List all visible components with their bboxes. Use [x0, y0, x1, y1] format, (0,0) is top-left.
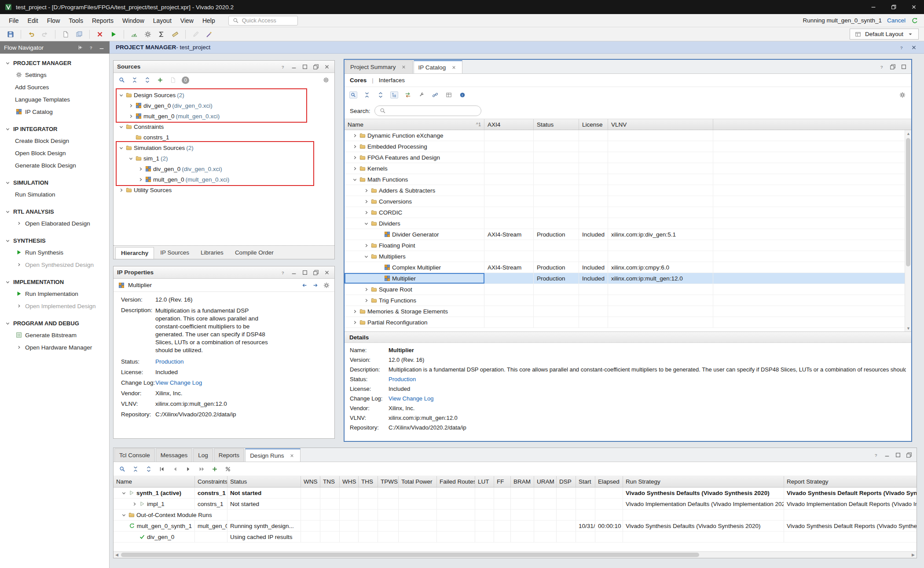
collapse-all-icon[interactable]	[131, 76, 139, 84]
column-header-axi4[interactable]: AXI4	[484, 119, 534, 130]
step-back-icon[interactable]	[171, 466, 179, 473]
expand-all-icon[interactable]	[143, 76, 151, 84]
save-button[interactable]	[4, 29, 17, 40]
edit-button[interactable]	[190, 29, 202, 40]
minimize-panel-icon[interactable]	[98, 44, 106, 51]
column-header-report-strategy[interactable]: Report Strategy	[784, 476, 917, 487]
export-table-icon[interactable]	[445, 91, 453, 98]
scrollbar-thumb[interactable]	[121, 553, 699, 557]
catalog-search-input[interactable]	[374, 106, 481, 116]
scroll-left-icon[interactable]: ◀	[114, 552, 120, 558]
catalog-row-multiplier[interactable]: Multiplier ProductionIncludedxilinx.com:…	[345, 273, 911, 284]
tab-close-icon[interactable]	[450, 64, 458, 71]
maximize-icon[interactable]	[301, 269, 309, 276]
column-header-ff[interactable]: FF	[494, 476, 511, 487]
catalog-row-conversions[interactable]: Conversions	[345, 196, 911, 207]
info-icon[interactable]: i	[458, 91, 466, 98]
catalog-row-square-root[interactable]: Square Root	[345, 284, 911, 295]
chevron-right-icon[interactable]	[351, 144, 359, 149]
chevron-right-icon[interactable]	[117, 188, 125, 193]
copy-button[interactable]	[59, 29, 72, 40]
column-header-ths[interactable]: THS	[359, 476, 378, 487]
catalog-row-cordic[interactable]: CORDIC	[345, 207, 911, 218]
flow-item-run-implementation[interactable]: Run Implementation	[0, 288, 109, 300]
link-icon[interactable]	[431, 91, 439, 98]
help-icon[interactable]: ?	[898, 44, 906, 51]
run-button[interactable]	[107, 29, 120, 40]
chevron-down-icon[interactable]	[120, 513, 128, 517]
column-header-constraints[interactable]: Constraints	[195, 476, 227, 487]
open-layers-button[interactable]	[73, 29, 85, 40]
forward-arrow-icon[interactable]	[312, 282, 319, 289]
run-row-synth-1-active[interactable]: synth_1 (active) constrs_1Not startedViv…	[114, 488, 917, 499]
close-button[interactable]	[904, 0, 924, 14]
catalog-row-complex-multiplier[interactable]: Complex Multiplier AXI4-StreamProduction…	[345, 262, 911, 273]
tab-reports[interactable]: Reports	[214, 448, 244, 462]
restore-button[interactable]	[884, 0, 904, 14]
flow-item-open-hardware-manager[interactable]: Open Hardware Manager	[0, 341, 109, 353]
redo-button[interactable]	[39, 29, 51, 40]
tab-project-summary[interactable]: Project Summary	[345, 60, 413, 73]
sum-button[interactable]	[155, 29, 168, 40]
back-arrow-icon[interactable]	[301, 282, 308, 289]
tab-close-icon[interactable]	[288, 452, 296, 459]
tab-tcl-console[interactable]: Tcl Console	[114, 448, 155, 462]
chevron-right-icon[interactable]	[136, 167, 144, 171]
chevron-down-icon[interactable]	[117, 146, 125, 150]
flow-item-run-synthesis[interactable]: Run Synthesis	[0, 246, 109, 259]
close-icon[interactable]	[323, 269, 331, 276]
flow-item-settings[interactable]: Settings	[0, 69, 109, 81]
sources-item-div-gen-0[interactable]: div_gen_0 (div_gen_0.xci)	[114, 164, 334, 174]
menu-tools[interactable]: Tools	[64, 15, 88, 26]
gear-icon[interactable]	[322, 76, 330, 84]
chevron-down-icon[interactable]	[117, 124, 125, 129]
undo-button[interactable]	[25, 29, 37, 40]
sources-item-div-gen-0[interactable]: div_gen_0 (div_gen_0.xci)	[114, 100, 334, 111]
minimize-icon[interactable]	[290, 269, 298, 276]
run-selected-icon[interactable]	[184, 466, 192, 473]
collapse-all-icon[interactable]	[132, 466, 139, 473]
flow-item-open-elaborated-design[interactable]: Open Elaborated Design	[0, 217, 109, 229]
sources-tab-ip-sources[interactable]: IP Sources	[155, 247, 194, 259]
sources-item-sim-1[interactable]: sim_1 (2)	[114, 153, 334, 164]
close-icon[interactable]	[910, 44, 918, 51]
column-header-failed-routes[interactable]: Failed Routes	[437, 476, 475, 487]
maximize-icon[interactable]	[301, 63, 309, 70]
chevron-right-icon[interactable]	[362, 188, 370, 193]
quick-access-search[interactable]: Quick Access	[228, 16, 298, 25]
subtab-cores[interactable]: Cores	[350, 77, 367, 84]
column-header-name[interactable]: Name	[114, 476, 195, 487]
chevron-right-icon[interactable]	[351, 166, 359, 171]
probe-button[interactable]	[203, 29, 216, 40]
menu-reports[interactable]: Reports	[88, 15, 118, 26]
sources-item-constrs-1[interactable]: constrs_1	[114, 132, 334, 142]
flow-item-generate-block-design[interactable]: Generate Block Design	[0, 159, 109, 171]
link-value[interactable]: View Change Log	[155, 379, 323, 386]
catalog-row-divider-generator[interactable]: Divider Generator AXI4-StreamProductionI…	[345, 229, 911, 240]
customize-icon[interactable]	[418, 91, 425, 98]
menu-help[interactable]: Help	[198, 15, 220, 26]
catalog-row-fpga-features-and-design[interactable]: FPGA Features and Design	[345, 152, 911, 163]
menu-file[interactable]: File	[4, 15, 23, 26]
help-icon[interactable]: ?	[872, 451, 880, 459]
help-icon[interactable]: ?	[279, 269, 287, 276]
link-value[interactable]: View Change Log	[389, 395, 433, 402]
column-header-whs[interactable]: WHS	[340, 476, 359, 487]
flow-section-rtl-analysis[interactable]: RTL ANALYSIS	[0, 206, 109, 217]
chevron-right-icon[interactable]	[351, 155, 359, 160]
chevron-right-icon[interactable]	[351, 133, 359, 138]
flow-section-simulation[interactable]: SIMULATION	[0, 177, 109, 188]
horizontal-scrollbar[interactable]: ◀ ▶	[114, 551, 917, 558]
chevron-right-icon[interactable]	[127, 103, 135, 108]
column-header-dsp[interactable]: DSP	[557, 476, 576, 487]
catalog-row-partial-reconfiguration[interactable]: Partial Reconfiguration	[345, 317, 911, 328]
catalog-row-multipliers[interactable]: Multipliers	[345, 251, 911, 262]
chevron-right-icon[interactable]	[351, 309, 359, 314]
column-header-uram[interactable]: URAM	[534, 476, 557, 487]
catalog-row-dynamic-function-exchange[interactable]: Dynamic Function eXchange	[345, 130, 911, 141]
column-header-tpws[interactable]: TPWS	[378, 476, 399, 487]
chevron-down-icon[interactable]	[127, 156, 135, 161]
column-header-start[interactable]: Start	[576, 476, 595, 487]
sources-item-design-sources[interactable]: Design Sources (2)	[114, 90, 334, 100]
column-header-wns[interactable]: WNS	[301, 476, 320, 487]
